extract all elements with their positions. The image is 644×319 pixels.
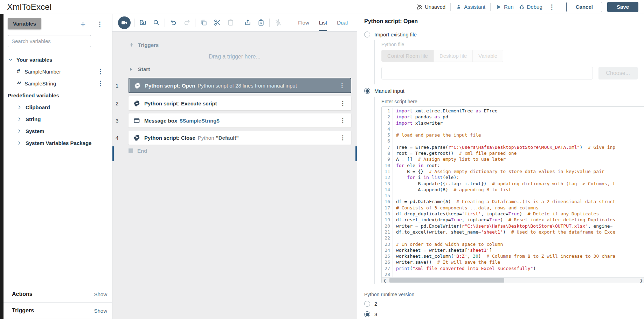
- import-file-group: Python file Control Room fileDesktop fil…: [374, 40, 638, 84]
- code-text[interactable]: [393, 138, 396, 144]
- tab-dual[interactable]: Dual: [337, 14, 348, 31]
- step-menu-button[interactable]: ⋮: [338, 100, 347, 107]
- canvas-right-scrollbar[interactable]: [355, 146, 357, 161]
- code-text[interactable]: worksheet.set_column('B:Z', 30) # Column…: [393, 253, 615, 259]
- search-input[interactable]: [8, 35, 91, 47]
- code-text[interactable]: [393, 193, 396, 199]
- import-existing-file-radio[interactable]: Import existing file: [364, 32, 638, 37]
- plus-icon: [79, 21, 86, 28]
- code-text[interactable]: import pandas as pd: [393, 114, 448, 120]
- runtime-option-2[interactable]: 2: [364, 301, 638, 307]
- record-icon: [121, 19, 128, 26]
- variable-row-samplenumber[interactable]: #SampleNumber⋮: [4, 65, 112, 77]
- triggers-section-header[interactable]: Triggers: [112, 42, 357, 48]
- code-text[interactable]: [393, 126, 396, 132]
- step-title: Python script: Open: [145, 83, 195, 89]
- step-card-python-script-close[interactable]: Python script: ClosePython"Default"⋮: [129, 131, 351, 145]
- scrollbar-thumb[interactable]: [389, 278, 504, 283]
- manual-input-radio[interactable]: Manual input: [364, 88, 638, 94]
- show-link[interactable]: Show: [94, 291, 107, 297]
- tab-list[interactable]: List: [319, 14, 327, 31]
- variable-menu-button[interactable]: ⋮: [96, 79, 105, 87]
- code-text[interactable]: print("Xml file converted into Excel suc…: [393, 265, 536, 271]
- line-number: 14: [382, 187, 393, 193]
- search-button[interactable]: [151, 18, 161, 28]
- sidebar-group-clipboard[interactable]: Clipboard: [4, 101, 112, 113]
- code-text[interactable]: # Consists of 3 components ...data, rows…: [393, 205, 539, 211]
- start-section-header[interactable]: Start: [112, 66, 357, 72]
- variable-row-samplestring[interactable]: ”SampleString⋮: [4, 77, 112, 89]
- scroll-left-arrow[interactable]: ❮: [382, 278, 388, 283]
- cancel-button[interactable]: Cancel: [566, 2, 602, 12]
- file-tab-control-room-file: Control Room file: [382, 50, 434, 62]
- radio-icon[interactable]: [364, 32, 370, 37]
- code-text[interactable]: Tree = ETree.parse(r"C:\Users\Hafsa\Desk…: [393, 144, 615, 150]
- editor-horizontal-scrollbar[interactable]: ❮ ❯: [382, 277, 644, 283]
- save-button[interactable]: Save: [607, 2, 638, 12]
- undo-button[interactable]: [168, 18, 178, 28]
- line-number: 12: [382, 174, 393, 180]
- step-card-python-script-open[interactable]: Python script: OpenPython script of 28 l…: [129, 78, 351, 93]
- cut-button[interactable]: [212, 18, 222, 28]
- line-number: 26: [382, 259, 393, 265]
- code-text[interactable]: root = Tree.getroot() # xml file parsed …: [393, 150, 517, 156]
- line-number: 5: [382, 132, 393, 138]
- share-button[interactable]: [243, 18, 252, 28]
- step-menu-button[interactable]: ⋮: [338, 82, 346, 89]
- code-text[interactable]: df = pd.DataFrame(A) # Creating a Datafr…: [393, 199, 615, 204]
- assistant-button[interactable]: Assistant: [456, 4, 485, 10]
- radio-icon[interactable]: [364, 88, 370, 94]
- variable-menu-button[interactable]: ⋮: [96, 68, 105, 75]
- step-card-python-script-execute-script[interactable]: Python script: Execute script⋮: [129, 96, 351, 110]
- variable-name: SampleNumber: [25, 69, 61, 75]
- copy-button[interactable]: [199, 18, 209, 28]
- step-menu-button[interactable]: ⋮: [338, 134, 347, 141]
- code-text[interactable]: # In order to add width space to column: [393, 241, 503, 247]
- radio-icon[interactable]: [364, 311, 370, 317]
- sidebar-group-string[interactable]: String: [4, 113, 112, 125]
- python-file-label: Python file: [381, 42, 638, 47]
- your-variables-group[interactable]: Your variables: [4, 54, 112, 65]
- scrollbar-track[interactable]: [388, 278, 638, 283]
- code-text[interactable]: import xml.etree.ElementTree as ETree: [393, 108, 498, 114]
- code-line: 7Tree = ETree.parse(r"C:\Users\Hafsa\Des…: [382, 144, 644, 150]
- workflow-step-row: 1Python script: OpenPython script of 28 …: [112, 78, 357, 93]
- import-clipboard-button[interactable]: [256, 18, 266, 28]
- debug-button[interactable]: Debug: [519, 4, 542, 10]
- line-number: 20: [382, 223, 393, 229]
- step-card-message-box[interactable]: Message box$SampleString$⋮: [129, 113, 351, 127]
- canvas-left-scrollbar[interactable]: [112, 146, 114, 161]
- sidebar-group-system-variables-package[interactable]: System Variables Package: [4, 137, 112, 149]
- header-more-button[interactable]: ⋮: [547, 3, 556, 11]
- code-text[interactable]: df.drop_duplicates(keep='first', inplace…: [393, 211, 599, 217]
- code-text[interactable]: B = {} # Assign empty dictionary to stor…: [393, 168, 604, 174]
- code-text[interactable]: writer = pd.ExcelWriter(r"C:\Users\Hafsa…: [393, 223, 612, 229]
- run-button[interactable]: Run: [496, 4, 514, 10]
- step-menu-button[interactable]: ⋮: [338, 117, 347, 124]
- tab-flow[interactable]: Flow: [298, 14, 309, 31]
- record-button[interactable]: [118, 16, 131, 29]
- scroll-right-arrow[interactable]: ❯: [638, 278, 644, 283]
- code-text[interactable]: worksheet = writer.sheets['sheet1']: [393, 247, 492, 253]
- code-text[interactable]: df.reset_index(drop=True, inplace=True) …: [393, 217, 615, 223]
- code-text[interactable]: B.update({i.tag: i.text}) # updating dic…: [393, 181, 615, 187]
- code-text[interactable]: [393, 235, 396, 241]
- code-text[interactable]: df.to_excel(writer, sheet_name='sheet1')…: [393, 229, 615, 235]
- code-text[interactable]: A.append(B) # appending B to list: [393, 187, 511, 193]
- radio-icon[interactable]: [364, 301, 370, 307]
- code-text[interactable]: for ele in root:: [393, 162, 440, 168]
- code-text[interactable]: [393, 271, 396, 277]
- sidebar-group-system[interactable]: System: [4, 125, 112, 137]
- runtime-option-3[interactable]: 3: [364, 311, 638, 317]
- step-subtitle: $SampleString$: [180, 118, 219, 124]
- code-text[interactable]: for i in list(ele):: [393, 174, 459, 180]
- script-editor[interactable]: 1import xml.etree.ElementTree as ETree2i…: [381, 106, 644, 283]
- add-variable-button[interactable]: [79, 21, 86, 28]
- show-link[interactable]: Show: [94, 308, 107, 314]
- code-text[interactable]: writer.save() # It will save the file: [393, 259, 500, 265]
- code-text[interactable]: # load and parse the input file: [393, 132, 481, 138]
- code-text[interactable]: import xlsxwriter: [393, 120, 443, 126]
- code-text[interactable]: A = [] # Assign empty list to use later: [393, 156, 506, 162]
- variables-menu-button[interactable]: ⋮: [95, 20, 104, 28]
- find-action-button[interactable]: [138, 18, 148, 28]
